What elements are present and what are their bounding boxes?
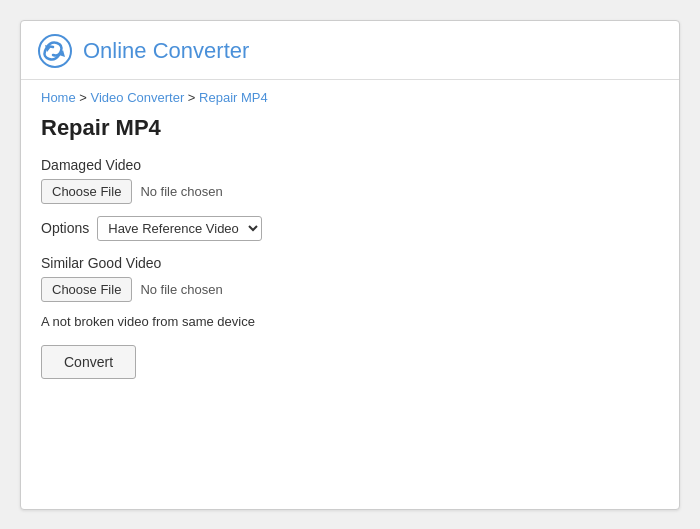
damaged-video-no-file: No file chosen bbox=[140, 184, 222, 199]
breadcrumb-current[interactable]: Repair MP4 bbox=[199, 90, 268, 105]
options-row: Options Have Reference Video No Referenc… bbox=[41, 216, 659, 241]
similar-good-video-no-file: No file chosen bbox=[140, 282, 222, 297]
header: Online Converter bbox=[21, 21, 679, 80]
breadcrumb-video-converter[interactable]: Video Converter bbox=[91, 90, 185, 105]
options-label: Options bbox=[41, 220, 89, 236]
app-title: Online Converter bbox=[83, 38, 249, 64]
similar-good-video-hint: A not broken video from same device bbox=[41, 314, 659, 329]
damaged-video-choose-file-button[interactable]: Choose File bbox=[41, 179, 132, 204]
page-title: Repair MP4 bbox=[41, 115, 659, 141]
options-select[interactable]: Have Reference Video No Reference Video bbox=[97, 216, 262, 241]
similar-good-video-choose-file-button[interactable]: Choose File bbox=[41, 277, 132, 302]
similar-good-video-file-row: Choose File No file chosen bbox=[41, 277, 659, 302]
convert-button[interactable]: Convert bbox=[41, 345, 136, 379]
logo-icon bbox=[37, 33, 73, 69]
similar-good-video-label: Similar Good Video bbox=[41, 255, 659, 271]
content-area: Home > Video Converter > Repair MP4 Repa… bbox=[21, 80, 679, 399]
breadcrumb-sep1: > bbox=[76, 90, 91, 105]
main-window: Online Converter Home > Video Converter … bbox=[20, 20, 680, 510]
breadcrumb-home[interactable]: Home bbox=[41, 90, 76, 105]
damaged-video-file-row: Choose File No file chosen bbox=[41, 179, 659, 204]
damaged-video-label: Damaged Video bbox=[41, 157, 659, 173]
breadcrumb: Home > Video Converter > Repair MP4 bbox=[41, 90, 659, 105]
breadcrumb-sep2: > bbox=[184, 90, 199, 105]
